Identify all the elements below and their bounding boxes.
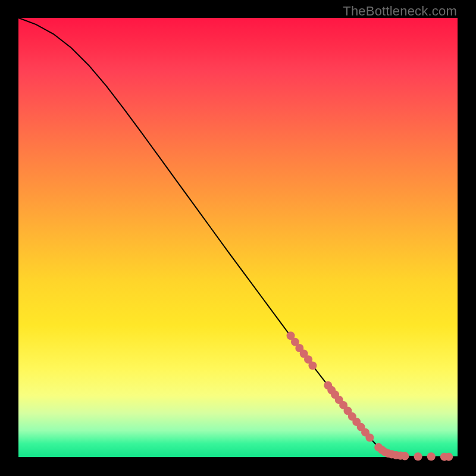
dot-cluster [287, 331, 453, 461]
data-point [400, 452, 409, 461]
data-point [427, 452, 436, 461]
data-point [308, 362, 317, 370]
curve-line [18, 18, 458, 457]
attribution-label: TheBottleneck.com [343, 4, 457, 19]
data-point [414, 452, 422, 461]
data-point [365, 434, 374, 442]
chart-svg [18, 18, 458, 457]
data-point [444, 453, 453, 461]
